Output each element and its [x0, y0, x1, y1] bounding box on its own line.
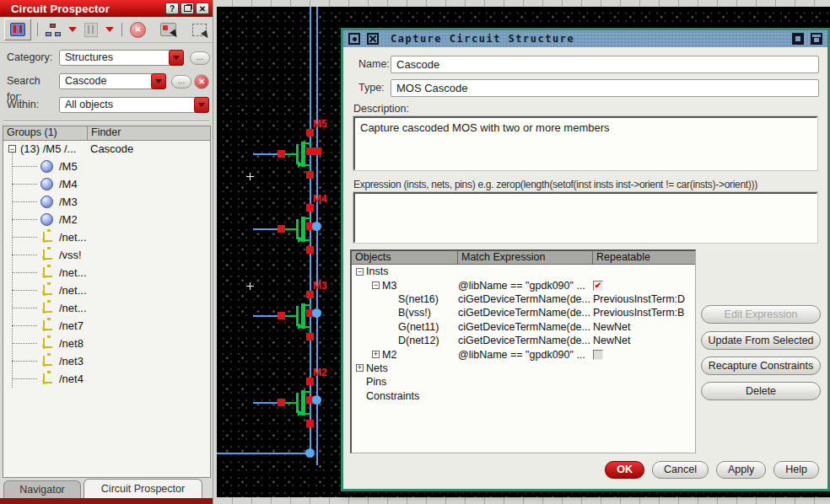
- tab-circuit-prospector[interactable]: Circuit Prospector: [84, 479, 202, 498]
- maximize-icon[interactable]: [792, 33, 804, 45]
- expand-expander-icon[interactable]: +: [356, 364, 364, 372]
- recapture-constraints-button[interactable]: Recapture Constraints: [701, 357, 821, 375]
- tree-item-m4[interactable]: /M4: [3, 175, 210, 193]
- net-icon: [43, 303, 52, 313]
- expression-field[interactable]: [353, 192, 817, 243]
- tree-item-m5[interactable]: /M5: [3, 158, 210, 175]
- toolbar: ✕: [0, 17, 213, 43]
- window-menu-icon[interactable]: [348, 33, 360, 45]
- results-tree-panel: Groups (1) Finder −(13) /M5 /...Cascode/…: [3, 126, 211, 478]
- tree-item-net[interactable]: /net...: [3, 299, 210, 317]
- tree-item-net[interactable]: /net...: [3, 264, 210, 281]
- search-for-combobox[interactable]: Cascode: [59, 73, 166, 89]
- tree-item-net3[interactable]: /net3: [3, 352, 210, 370]
- repeatable-cell: NewNet: [593, 335, 695, 346]
- search-dropdown-arrow[interactable]: [151, 73, 166, 89]
- dialog-titlebar[interactable]: Capture Circuit Structure: [343, 30, 827, 47]
- type-field[interactable]: [391, 79, 819, 97]
- bottom-wire[interactable]: [217, 453, 311, 454]
- collapse-expander-icon[interactable]: −: [372, 281, 380, 289]
- help-button[interactable]: Help: [773, 461, 819, 479]
- transistor-label: M3: [313, 280, 327, 292]
- tree-item-m2[interactable]: /M2: [3, 211, 210, 228]
- objects-row-b-vss[interactable]: B(vss!)ciGetDeviceTermName(de...Previous…: [352, 306, 695, 319]
- transistor-m4[interactable]: M4: [217, 204, 328, 255]
- within-dropdown-arrow[interactable]: [194, 97, 209, 113]
- expand-expander-icon[interactable]: +: [372, 351, 380, 358]
- tab-navigator[interactable]: Navigator: [3, 480, 81, 498]
- select-pointer-button[interactable]: [191, 19, 208, 40]
- checkbox-unchecked-icon[interactable]: [593, 350, 603, 360]
- schematic-view-button[interactable]: [83, 19, 100, 40]
- transistor-m3[interactable]: M3: [217, 291, 328, 341]
- update-from-selected-button[interactable]: Update From Selected: [701, 331, 821, 350]
- transistor-m2[interactable]: M2: [217, 378, 328, 428]
- mos-symbol-part: [304, 413, 311, 415]
- category-browse-button[interactable]: ...: [190, 51, 210, 65]
- capture-icon: [160, 23, 176, 36]
- tree-root-item[interactable]: −(13) /M5 /...Cascode: [3, 140, 210, 158]
- apply-button[interactable]: Apply: [716, 461, 766, 479]
- objects-row-s-net16[interactable]: S(net16)ciGetDeviceTermName(de...Previou…: [352, 292, 695, 306]
- transistor-m5[interactable]: M5: [217, 129, 328, 180]
- restore-window-button[interactable]: [181, 3, 194, 14]
- chevron-down-icon: [173, 56, 180, 60]
- cancel-button[interactable]: Cancel: [652, 461, 709, 479]
- within-combobox[interactable]: All objects: [59, 97, 209, 113]
- tree-item-net[interactable]: /net...: [3, 228, 210, 246]
- tree-item-vss[interactable]: /vss!: [3, 246, 210, 264]
- objects-item-label: Nets: [366, 362, 388, 374]
- tree-header: Groups (1) Finder: [3, 126, 210, 141]
- pushpin-icon[interactable]: [367, 33, 379, 45]
- objects-row-m2[interactable]: +M2@libName == "gpdk090" ...: [352, 347, 695, 361]
- probe-tool-button[interactable]: [4, 19, 31, 40]
- hierarchy-dropdown-button[interactable]: [67, 19, 78, 40]
- objects-row-m3[interactable]: −M3@libName == "gpdk090" ...✔: [352, 278, 695, 292]
- objects-row-insts[interactable]: −Insts: [352, 265, 695, 278]
- search-clear-button[interactable]: ✕: [194, 74, 209, 89]
- objects-row-nets[interactable]: +Nets: [352, 362, 695, 375]
- gate-wire: [253, 153, 279, 155]
- mos-symbol-part: [304, 326, 311, 328]
- window-bottom-border: [0, 498, 213, 504]
- objects-column-header: Objects: [352, 251, 458, 264]
- tree-item-m3[interactable]: /M3: [3, 193, 210, 211]
- schematic-dropdown-button[interactable]: [104, 19, 116, 40]
- net-icon: [43, 320, 52, 330]
- delete-button[interactable]: Delete: [701, 382, 821, 400]
- window-titlebar[interactable]: Circuit Prospector ? ✕: [0, 0, 213, 17]
- collapse-expander-icon[interactable]: −: [8, 145, 16, 153]
- help-window-button[interactable]: ?: [165, 3, 179, 14]
- net-icon: [43, 285, 52, 295]
- tree-item-label: /net...: [59, 284, 87, 297]
- capture-selected-button[interactable]: [159, 19, 178, 40]
- close-window-button[interactable]: ✕: [196, 3, 209, 14]
- ok-button[interactable]: OK: [605, 461, 644, 479]
- source-pin: [306, 171, 314, 179]
- stop-button[interactable]: ✕: [128, 19, 148, 40]
- objects-row-constraints[interactable]: Constraints: [352, 389, 695, 403]
- collapse-expander-icon[interactable]: −: [356, 268, 364, 276]
- source-pin: [306, 420, 314, 427]
- objects-row-d-net12[interactable]: D(net12)ciGetDeviceTermName(de...NewNet: [352, 334, 695, 347]
- net-icon: [43, 249, 52, 260]
- tree-item-net7[interactable]: /net7: [3, 317, 210, 335]
- checkbox-checked-icon[interactable]: ✔: [593, 281, 603, 291]
- category-combobox[interactable]: Structures: [59, 50, 184, 66]
- shade-icon[interactable]: [811, 33, 822, 45]
- objects-row-g-net11[interactable]: G(net11)ciGetDeviceTermName(de...NewNet: [352, 320, 695, 334]
- hierarchy-view-button[interactable]: [44, 19, 62, 40]
- mos-symbol-part: [304, 391, 311, 393]
- name-field[interactable]: [391, 56, 819, 73]
- tree-item-net8[interactable]: /net8: [3, 335, 210, 352]
- search-browse-button[interactable]: ...: [171, 75, 191, 88]
- tree-item-net[interactable]: /net...: [3, 281, 210, 299]
- hierarchy-icon: [46, 24, 61, 36]
- match-expression-cell: ciGetDeviceTermName(de...: [458, 307, 593, 319]
- repeatable-column-header: Repeatable: [593, 251, 695, 264]
- description-field[interactable]: Capture cascoded MOS with two or more me…: [353, 116, 817, 170]
- objects-row-pins[interactable]: Pins: [352, 375, 695, 389]
- mos-symbol-part: [298, 161, 304, 168]
- category-dropdown-arrow[interactable]: [169, 50, 184, 66]
- tree-item-net4[interactable]: /net4: [3, 370, 210, 388]
